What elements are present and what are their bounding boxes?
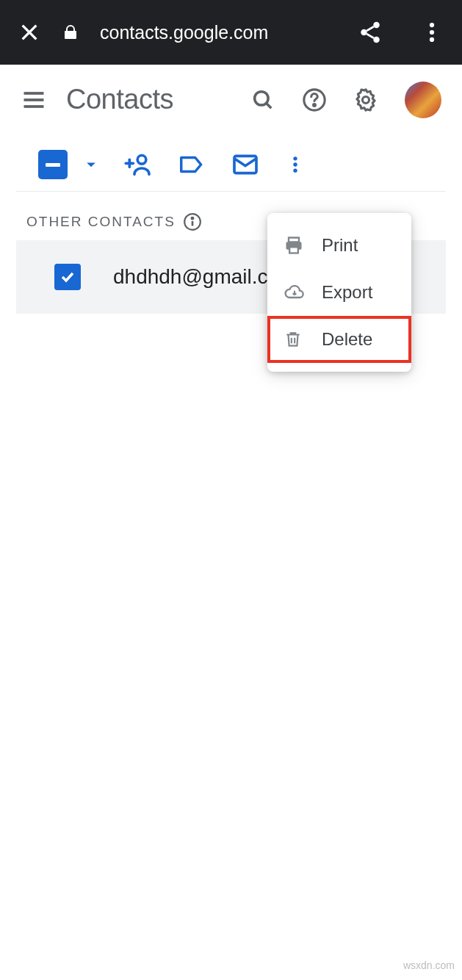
search-icon[interactable]	[250, 87, 275, 112]
menu-item-delete[interactable]: Delete	[267, 316, 411, 363]
svg-point-16	[137, 156, 146, 165]
label-icon[interactable]	[178, 151, 206, 179]
select-all-checkbox[interactable]	[38, 150, 68, 179]
svg-point-5	[430, 23, 434, 27]
app-header: Contacts	[0, 65, 462, 135]
browser-more-icon[interactable]	[419, 20, 444, 45]
svg-point-4	[373, 37, 380, 43]
add-contact-icon[interactable]	[123, 150, 153, 179]
settings-icon[interactable]	[353, 87, 378, 112]
url-text[interactable]: contacts.google.com	[100, 22, 337, 43]
svg-point-11	[255, 91, 268, 104]
cloud-download-icon	[284, 282, 304, 303]
svg-point-22	[293, 168, 297, 172]
svg-point-15	[362, 96, 369, 103]
svg-point-25	[191, 217, 193, 220]
menu-label: Export	[322, 282, 372, 303]
svg-point-2	[373, 22, 380, 28]
watermark: wsxdn.com	[403, 959, 455, 971]
svg-point-7	[430, 37, 434, 42]
selection-toolbar	[0, 135, 462, 191]
browser-address-bar: contacts.google.com	[0, 0, 462, 65]
svg-point-21	[293, 162, 297, 166]
svg-point-20	[293, 156, 297, 160]
menu-icon[interactable]	[21, 87, 47, 113]
svg-point-3	[361, 29, 367, 36]
share-icon[interactable]	[358, 20, 383, 45]
contact-checkbox[interactable]	[54, 264, 81, 290]
context-menu: Print Export Delete	[267, 213, 411, 372]
close-icon[interactable]	[18, 21, 41, 44]
trash-icon	[284, 329, 304, 350]
info-icon[interactable]	[183, 212, 202, 231]
toolbar-more-icon[interactable]	[285, 151, 306, 179]
lock-icon	[62, 24, 79, 41]
svg-line-12	[267, 103, 272, 108]
selection-dropdown-icon[interactable]	[84, 157, 98, 172]
help-icon[interactable]	[302, 87, 327, 112]
menu-item-export[interactable]: Export	[267, 269, 411, 316]
menu-item-print[interactable]: Print	[267, 222, 411, 269]
svg-point-14	[314, 104, 316, 106]
email-icon[interactable]	[231, 150, 260, 179]
avatar[interactable]	[405, 82, 441, 118]
print-icon	[284, 235, 304, 256]
svg-point-6	[430, 30, 434, 35]
menu-label: Print	[322, 235, 358, 256]
app-title: Contacts	[66, 84, 250, 115]
menu-label: Delete	[322, 329, 372, 350]
svg-rect-27	[289, 247, 298, 253]
section-label: OTHER CONTACTS	[26, 214, 176, 230]
